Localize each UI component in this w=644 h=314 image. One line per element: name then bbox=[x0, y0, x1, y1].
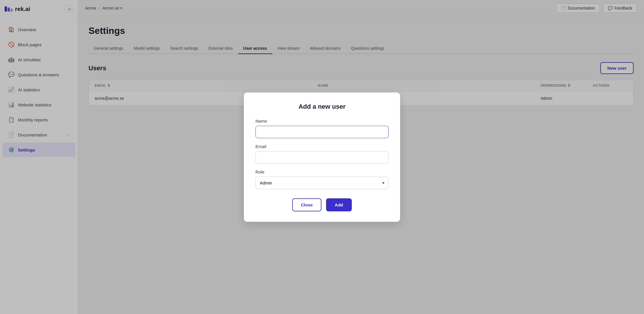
name-input[interactable] bbox=[255, 126, 389, 138]
email-label: Email bbox=[255, 144, 389, 149]
email-input[interactable] bbox=[255, 151, 389, 164]
add-button[interactable]: Add bbox=[326, 198, 352, 211]
role-field-group: Role Admin Editor Viewer ▾ bbox=[255, 169, 389, 189]
modal-title: Add a new user bbox=[255, 103, 389, 110]
role-select-wrapper: Admin Editor Viewer ▾ bbox=[255, 177, 389, 189]
add-user-modal: Add a new user Name Email Role Admin Edi… bbox=[244, 93, 400, 222]
role-select[interactable]: Admin Editor Viewer bbox=[255, 177, 389, 189]
email-field-group: Email bbox=[255, 144, 389, 164]
modal-actions: Close Add bbox=[255, 198, 389, 211]
modal-overlay: Add a new user Name Email Role Admin Edi… bbox=[0, 0, 644, 314]
role-label: Role bbox=[255, 169, 389, 174]
name-label: Name bbox=[255, 119, 389, 123]
close-button[interactable]: Close bbox=[292, 198, 321, 211]
name-field-group: Name bbox=[255, 119, 389, 138]
